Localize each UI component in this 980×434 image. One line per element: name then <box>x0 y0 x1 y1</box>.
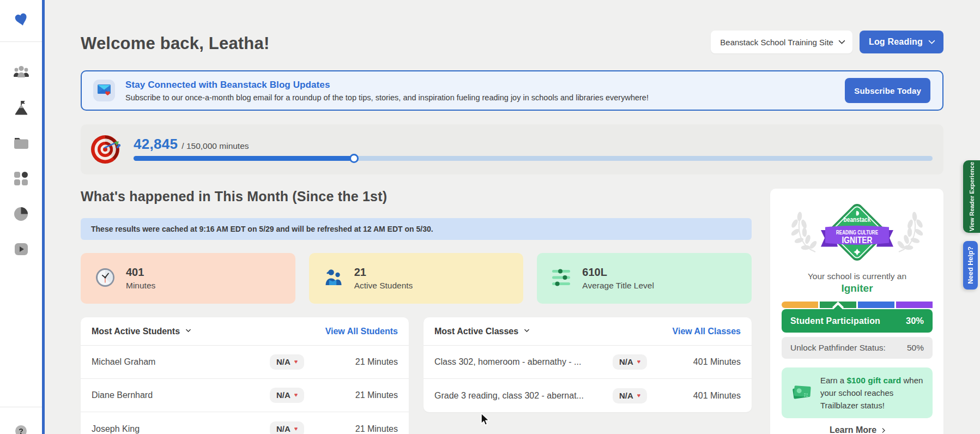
student-row[interactable]: Diane Bernhard N/A♥ 21 Minutes <box>81 379 409 412</box>
log-reading-label: Log Reading <box>869 37 923 47</box>
reading-goal-card: 42,845 / 150,000 minutes <box>81 124 943 174</box>
video-play-icon <box>14 243 28 258</box>
stat-minutes-label: Minutes <box>126 281 155 291</box>
stat-title-level-label: Average Title Level <box>582 281 654 291</box>
site-selector-value: Beanstack School Training Site <box>720 38 833 47</box>
student-name: Michael Graham <box>92 357 270 367</box>
stat-card-active-students: 21 Active Students <box>309 253 524 304</box>
apps-grid-icon <box>14 171 28 188</box>
student-row[interactable]: Michael Graham N/A♥ 21 Minutes <box>81 346 409 379</box>
student-row[interactable]: Joseph King N/A♥ 21 Minutes <box>81 412 409 434</box>
banner-subtitle: Subscribe to our once-a-month blog email… <box>125 93 834 102</box>
classes-table-title-dropdown[interactable]: Most Active Classes <box>434 327 529 336</box>
svg-text:READING CULTURE: READING CULTURE <box>836 229 878 236</box>
school-status-line: Your school is currently an <box>782 272 933 281</box>
goal-total-minutes: / 150,000 minutes <box>182 141 249 151</box>
student-minutes: 21 Minutes <box>332 424 398 434</box>
status-progress-segments <box>782 302 933 308</box>
sidebar-item-apps[interactable] <box>13 172 29 187</box>
pie-chart-icon <box>14 207 28 224</box>
banner-title: Stay Connected with Beanstack Blog Updat… <box>125 80 834 91</box>
gift-card-promo: Earn a $100 gift card when your school r… <box>782 367 933 418</box>
class-row[interactable]: Grade 3 reading, class 302 - abernat... … <box>424 379 752 412</box>
students-table-title: Most Active Students <box>92 327 180 336</box>
stat-active-students-value: 21 <box>354 266 413 279</box>
need-help-label: Need Help? <box>967 246 975 284</box>
stat-card-title-level: 610L Average Title Level <box>537 253 752 304</box>
reading-level-badge: N/A♥ <box>270 421 304 434</box>
classes-table-title: Most Active Classes <box>434 327 518 336</box>
topbar-controls: Beanstack School Training Site Log Readi… <box>711 31 943 53</box>
cache-note: These results were cached at 9:16 AM EDT… <box>81 218 752 240</box>
view-all-students-link[interactable]: View All Students <box>325 327 398 336</box>
subscribe-today-button[interactable]: Subscribe Today <box>845 78 930 103</box>
participation-label: Student Participation <box>790 316 880 326</box>
reading-level-badge: N/A♥ <box>613 354 647 370</box>
blog-banner: Stay Connected with Beanstack Blog Updat… <box>81 70 943 111</box>
stat-active-students-label: Active Students <box>354 281 413 291</box>
view-all-classes-link[interactable]: View All Classes <box>673 327 741 336</box>
chevron-down-icon <box>186 327 191 333</box>
sidebar-item-people[interactable] <box>13 65 29 81</box>
dashboard-main-column: What's happened in This Month (Since the… <box>81 189 752 434</box>
view-reader-experience-label: View Reader Experience <box>969 162 975 231</box>
student-participation-bar: Student Participation 30% <box>782 309 933 333</box>
email-heart-icon <box>97 83 111 98</box>
heart-icon: ♥ <box>294 359 298 365</box>
gift-card-amount: $100 gift card <box>846 376 901 385</box>
sidebar-item-resources[interactable] <box>13 136 29 152</box>
class-row[interactable]: Class 302, homeroom - abernathy - ... N/… <box>424 346 752 379</box>
participation-value: 30% <box>906 316 924 326</box>
chevron-down-icon <box>524 327 530 333</box>
clock-icon <box>95 268 115 290</box>
stat-minutes-text: 401 Minutes <box>126 266 155 291</box>
reading-level-badge: N/A♥ <box>270 354 304 370</box>
mountain-flag-icon <box>13 100 29 117</box>
heart-icon: ♥ <box>637 393 641 399</box>
svg-text:beanstack: beanstack <box>844 215 871 224</box>
students-icon <box>324 268 343 290</box>
student-name: Joseph King <box>92 424 270 434</box>
stat-title-level-value: 610L <box>582 266 654 279</box>
sidebar-item-reports[interactable] <box>13 207 29 222</box>
most-active-classes-card: Most Active Classes View All Classes Cla… <box>424 317 752 412</box>
goal-current-minutes: 42,845 <box>134 136 178 153</box>
class-minutes: 401 Minutes <box>675 391 741 401</box>
class-name: Class 302, homeroom - abernathy - ... <box>434 357 613 367</box>
unlock-status-bar: Unlock Pathfinder Status: 50% <box>782 337 933 359</box>
levels-icon <box>552 268 571 289</box>
school-status-level: Igniter <box>782 282 933 294</box>
site-selector-dropdown[interactable]: Beanstack School Training Site <box>711 31 852 53</box>
log-reading-button[interactable]: Log Reading <box>860 31 943 53</box>
sidebar-nav <box>0 42 42 258</box>
learn-more-link[interactable]: Learn More <box>782 425 933 434</box>
chevron-right-icon <box>880 427 886 433</box>
gift-card-icon <box>791 382 813 404</box>
student-minutes: 21 Minutes <box>332 357 398 367</box>
stats-row: 401 Minutes <box>81 253 752 304</box>
beanstack-heart-logo-icon <box>13 10 29 31</box>
goal-progress-track <box>134 156 933 161</box>
sidebar-item-videos[interactable] <box>13 243 29 258</box>
reading-level-badge: N/A♥ <box>613 388 647 403</box>
segment-trailblazer-purple <box>896 302 933 308</box>
classes-table-header: Most Active Classes View All Classes <box>424 317 752 346</box>
need-help-tab[interactable]: Need Help? <box>963 241 978 290</box>
goal-progress-knob[interactable] <box>349 154 359 163</box>
student-name: Diane Bernhard <box>92 390 270 400</box>
view-reader-experience-tab[interactable]: View Reader Experience <box>963 160 980 233</box>
students-table-title-dropdown[interactable]: Most Active Students <box>92 327 190 336</box>
segment-igniter-orange <box>782 302 818 308</box>
heart-icon: ♥ <box>637 359 641 365</box>
class-minutes: 401 Minutes <box>675 357 741 367</box>
logo-container[interactable] <box>0 0 42 42</box>
topbar: Welcome back, Leatha! Beanstack School T… <box>81 31 943 53</box>
help-icon[interactable]: ? <box>15 425 27 434</box>
goal-progress-text: 42,845 / 150,000 minutes <box>134 136 933 154</box>
sidebar-item-challenges[interactable] <box>13 101 29 116</box>
stat-active-students-text: 21 Active Students <box>354 266 413 291</box>
sidebar: ? <box>0 0 45 434</box>
page-title: Welcome back, Leatha! <box>81 34 269 53</box>
email-icon-container <box>93 80 115 101</box>
sidebar-footer: ? <box>0 407 42 434</box>
